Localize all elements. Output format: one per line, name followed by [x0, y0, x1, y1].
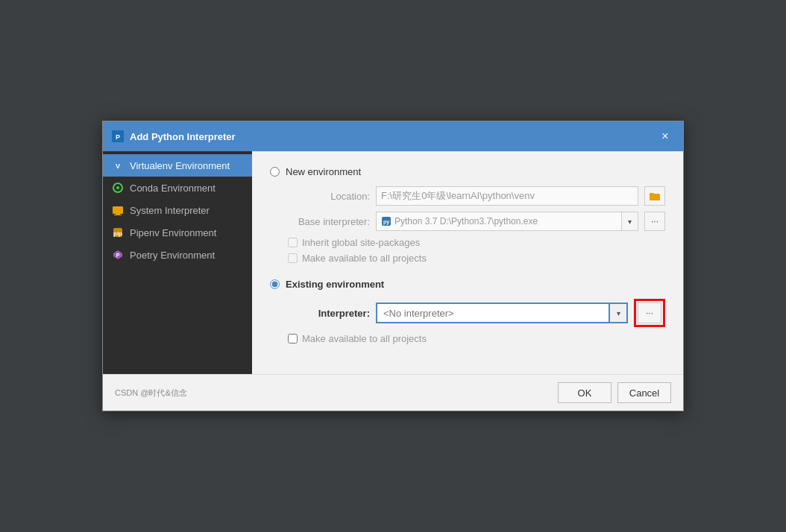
interpreter-dropdown-arrow[interactable]: ▾ [610, 303, 628, 323]
virtualenv-icon: V [112, 159, 124, 171]
existing-environment-radio-row: Existing environment [270, 279, 665, 290]
inherit-checkbox[interactable] [288, 238, 298, 247]
svg-text:P: P [116, 133, 120, 141]
make-available-checkbox[interactable] [288, 334, 298, 343]
dialog-title: Add Python Interpreter [130, 131, 236, 142]
svg-rect-7 [116, 213, 120, 215]
title-bar-left: P Add Python Interpreter [112, 130, 236, 142]
existing-environment-label: Existing environment [286, 279, 384, 290]
dialog-footer: CSDN @时代&信念 OK Cancel [103, 374, 683, 411]
base-interpreter-row: Base interpreter: py Python 3.7 D:\Pytho… [270, 212, 665, 231]
close-button[interactable]: × [656, 127, 674, 145]
existing-environment-section: Existing environment Interpreter: ▾ ··· [270, 279, 665, 344]
interpreter-row: Interpreter: ▾ ··· [270, 299, 665, 327]
svg-text:py: py [383, 219, 389, 225]
sidebar-item-pipenv-label: Pipenv Environment [130, 227, 216, 238]
new-environment-section: New environment Location: Base interp [270, 166, 665, 264]
svg-text:pip: pip [113, 230, 122, 237]
svg-rect-6 [113, 206, 123, 214]
base-interpreter-input[interactable]: py Python 3.7 D:\Python3.7\python.exe [376, 212, 622, 231]
new-environment-label: New environment [286, 166, 361, 177]
location-input[interactable] [376, 186, 638, 206]
location-label: Location: [288, 191, 370, 202]
svg-rect-14 [650, 193, 654, 195]
app-icon: P [112, 130, 124, 142]
title-bar: P Add Python Interpreter × [103, 121, 683, 151]
sidebar-item-conda[interactable]: Conda Environment [103, 177, 252, 199]
svg-text:V: V [116, 162, 120, 170]
svg-text:P: P [116, 253, 120, 258]
base-interpreter-value: Python 3.7 D:\Python3.7\python.exe [394, 216, 538, 227]
ok-button[interactable]: OK [558, 382, 611, 403]
python-icon: py [381, 216, 392, 227]
make-available-checkbox-row: Make available to all projects [270, 333, 665, 344]
new-environment-radio[interactable] [270, 167, 280, 177]
folder-icon [650, 191, 660, 200]
sidebar-item-system[interactable]: System Interpreter [103, 199, 252, 221]
base-interpreter-dropdown-arrow[interactable]: ▾ [622, 212, 638, 231]
sidebar-item-virtualenv-label: Virtualenv Environment [130, 160, 230, 171]
make-available-label: Make available to all projects [302, 333, 427, 344]
svg-point-5 [116, 186, 119, 189]
sidebar-item-pipenv[interactable]: pip Pipenv Environment [103, 221, 252, 244]
add-python-interpreter-dialog: P Add Python Interpreter × V Virtualenv … [102, 121, 684, 411]
sidebar-item-system-label: System Interpreter [130, 205, 210, 216]
base-interpreter-label: Base interpreter: [288, 216, 370, 227]
interpreter-input-group: ▾ [376, 303, 628, 323]
sidebar-item-poetry[interactable]: P Poetry Environment [103, 244, 252, 266]
existing-environment-radio[interactable] [270, 279, 280, 289]
make-available-new-checkbox-row: Make available to all projects [270, 253, 665, 264]
inherit-checkbox-row: Inherit global site-packages [270, 237, 665, 248]
sidebar-item-conda-label: Conda Environment [130, 183, 216, 194]
browse-highlight-box: ··· [634, 299, 665, 327]
pipenv-icon: pip [112, 227, 124, 238]
make-available-new-label: Make available to all projects [302, 253, 427, 264]
main-content: New environment Location: Base interp [252, 151, 683, 374]
make-available-new-checkbox[interactable] [288, 253, 298, 263]
system-icon [112, 204, 124, 216]
interpreter-input[interactable] [376, 303, 610, 323]
sidebar: V Virtualenv Environment Conda Environme… [103, 151, 252, 374]
sidebar-item-poetry-label: Poetry Environment [130, 250, 215, 261]
base-interpreter-browse-button[interactable]: ··· [644, 212, 665, 231]
inherit-label: Inherit global site-packages [302, 237, 420, 248]
interpreter-browse-button[interactable]: ··· [638, 303, 661, 323]
poetry-icon: P [112, 249, 124, 261]
conda-icon [112, 182, 124, 194]
location-row: Location: [270, 186, 665, 206]
location-browse-button[interactable] [644, 186, 665, 206]
sidebar-item-virtualenv[interactable]: V Virtualenv Environment [103, 154, 252, 177]
new-environment-radio-row: New environment [270, 166, 665, 177]
cancel-button[interactable]: Cancel [617, 382, 671, 403]
interpreter-label: Interpreter: [288, 308, 370, 319]
dialog-body: V Virtualenv Environment Conda Environme… [103, 151, 683, 374]
svg-rect-8 [114, 215, 122, 215]
base-interpreter-select-row: py Python 3.7 D:\Python3.7\python.exe ▾ [376, 212, 638, 231]
watermark: CSDN @时代&信念 [115, 387, 552, 399]
